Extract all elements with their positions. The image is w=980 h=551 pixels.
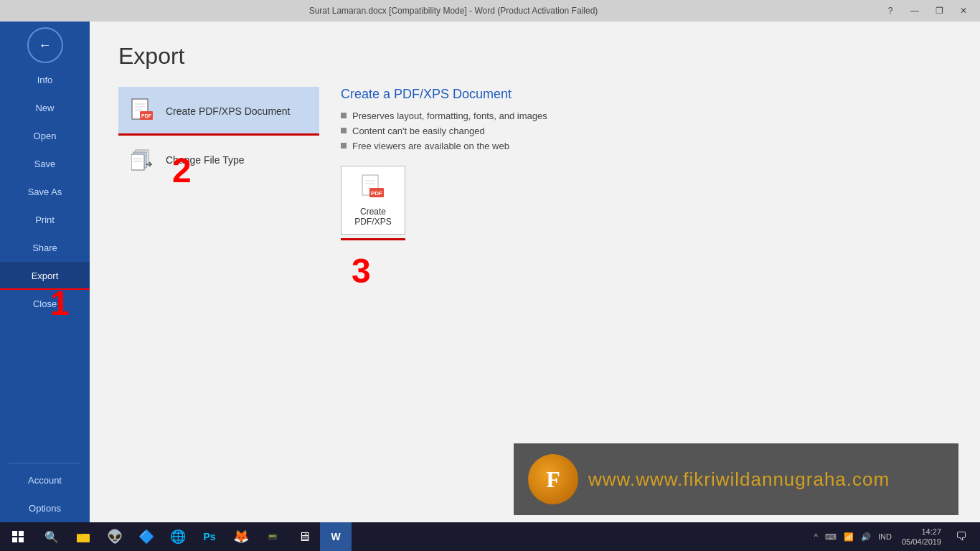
tray-keyboard[interactable]: ⌨: [822, 532, 839, 542]
options-list: PDF Create PDF/XPS Document: [118, 87, 319, 249]
firefox-icon: 🦊: [233, 529, 249, 545]
start-button[interactable]: [0, 522, 36, 551]
taskbar-app-files[interactable]: [67, 522, 99, 551]
sidebar-item-account[interactable]: Account: [0, 466, 90, 494]
sidebar-item-print[interactable]: Print: [0, 206, 90, 234]
create-pdf-label: Create PDF/XPS Document: [166, 105, 291, 117]
bullet-sq-3: [341, 143, 347, 149]
sidebar: ← Info New Open Save Save As Print Share…: [0, 22, 90, 522]
change-file-type-option[interactable]: Change File Type: [118, 136, 319, 184]
taskbar: 🔍 👽 🔷 🌐 Ps 🦊 📟 🖥 W: [0, 522, 980, 551]
watermark-banner: F www.www.fikriwildannugraha.comwww.fikr…: [514, 443, 958, 515]
page-title: Export: [118, 43, 951, 70]
sidebar-item-new[interactable]: New: [0, 94, 90, 122]
taskbar-app-edge[interactable]: 🌐: [162, 522, 194, 551]
pdf-icon: PDF: [130, 97, 156, 126]
watermark-logo: F: [528, 454, 578, 504]
taskbar-tray: ^ ⌨ 📶 🔊 IND 14:27 05/04/2019 🗨: [811, 522, 980, 551]
taskbar-app-alien[interactable]: 👽: [99, 522, 131, 551]
create-pdf-option[interactable]: PDF Create PDF/XPS Document: [118, 87, 319, 136]
back-button[interactable]: ←: [27, 27, 63, 63]
taskbar-icons: 👽 🔷 🌐 Ps 🦊 📟 🖥 W: [67, 522, 811, 551]
sidebar-item-open[interactable]: Open: [0, 122, 90, 150]
title-bar-controls: ? — ❐ ✕: [880, 3, 974, 19]
svg-text:PDF: PDF: [371, 190, 382, 197]
edge-icon: 🌐: [170, 529, 186, 545]
cmd-icon: 📟: [268, 532, 278, 542]
bullet-3: Free viewers are available on the web: [341, 141, 930, 151]
create-pdf-underline: [341, 238, 405, 240]
bullet-1: Preserves layout, formatting, fonts, and…: [341, 110, 930, 121]
bullet-2: Content can't be easily changed: [341, 126, 930, 136]
console-icon: 🖥: [298, 529, 311, 545]
details-bullets: Preserves layout, formatting, fonts, and…: [341, 110, 930, 151]
alien-icon: 👽: [107, 529, 123, 545]
search-icon: 🔍: [44, 530, 59, 544]
sidebar-item-share[interactable]: Share: [0, 234, 90, 262]
title-bar-text: Surat Lamaran.docx [Compatibility Mode] …: [27, 6, 880, 16]
tray-network[interactable]: 📶: [841, 532, 857, 542]
restore-button[interactable]: ❐: [928, 3, 950, 19]
create-pdf-btn-label: CreatePDF/XPS: [354, 207, 391, 227]
taskbar-app-cmd[interactable]: 📟: [257, 522, 288, 551]
word-icon: W: [331, 531, 340, 542]
details-panel: Create a PDF/XPS Document Preserves layo…: [319, 87, 951, 249]
sidebar-item-save[interactable]: Save: [0, 150, 90, 178]
windows-icon: [12, 531, 24, 542]
sidebar-item-close[interactable]: Close: [0, 290, 90, 318]
taskbar-app-firefox[interactable]: 🦊: [225, 522, 257, 551]
bullet-sq-1: [341, 113, 347, 118]
bullet-sq-2: [341, 128, 347, 133]
sidebar-item-options[interactable]: Options: [0, 494, 90, 522]
change-file-type-label: Change File Type: [166, 154, 244, 166]
ps-icon: Ps: [203, 531, 215, 542]
pdf-button-icon: PDF: [359, 174, 387, 202]
sidebar-divider: [9, 463, 81, 463]
tray-volume[interactable]: 🔊: [858, 532, 874, 542]
change-file-icon: [130, 146, 156, 174]
export-options: PDF Create PDF/XPS Document: [118, 87, 951, 249]
svg-text:PDF: PDF: [141, 113, 152, 118]
taskbar-app-console[interactable]: 🖥: [288, 522, 320, 551]
sidebar-item-export[interactable]: Export: [0, 262, 90, 290]
taskbar-search-button[interactable]: 🔍: [36, 522, 67, 551]
taskbar-clock[interactable]: 14:27 05/04/2019: [896, 527, 947, 547]
help-button[interactable]: ?: [880, 3, 901, 19]
minimize-button[interactable]: —: [904, 3, 925, 19]
watermark-url: www.www.fikriwildannugraha.comwww.fikriw…: [588, 468, 890, 491]
sidebar-item-info[interactable]: Info: [0, 66, 90, 94]
sidebar-item-save-as[interactable]: Save As: [0, 178, 90, 206]
create-pdf-xps-button[interactable]: PDF CreatePDF/XPS: [341, 166, 405, 235]
taskbar-app-vs[interactable]: 🔷: [131, 522, 162, 551]
close-window-button[interactable]: ✕: [953, 3, 974, 19]
details-title: Create a PDF/XPS Document: [341, 87, 930, 102]
tray-language[interactable]: IND: [875, 532, 895, 541]
folder-icon: [76, 529, 90, 544]
svg-rect-9: [131, 154, 144, 170]
vs-icon: 🔷: [138, 529, 154, 545]
notification-button[interactable]: 🗨: [948, 522, 974, 551]
tray-chevron[interactable]: ^: [811, 532, 821, 541]
taskbar-app-word[interactable]: W: [320, 522, 352, 551]
title-bar: Surat Lamaran.docx [Compatibility Mode] …: [0, 0, 980, 22]
taskbar-app-ps[interactable]: Ps: [194, 522, 225, 551]
